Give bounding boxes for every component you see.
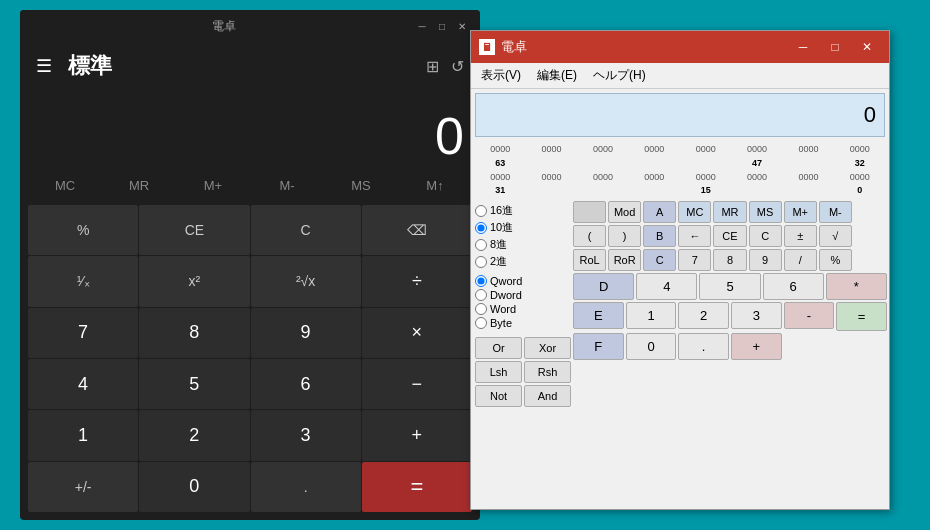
dec-label[interactable]: 10進 (475, 220, 571, 235)
rparen-button[interactable]: ) (608, 225, 641, 247)
qword-label[interactable]: Qword (475, 275, 571, 287)
b-button[interactable]: B (643, 225, 676, 247)
light-maximize-button[interactable]: □ (821, 36, 849, 58)
two-btn[interactable]: 2 (678, 302, 729, 329)
sqrt-button[interactable]: ²√x (251, 256, 361, 306)
oct-radio[interactable] (475, 239, 487, 251)
dword-radio[interactable] (475, 289, 487, 301)
percent-btn[interactable]: % (819, 249, 852, 271)
ror-button[interactable]: RoR (608, 249, 641, 271)
four-btn[interactable]: 4 (636, 273, 697, 300)
percent-button[interactable]: % (28, 205, 138, 255)
backspace-button[interactable]: ⌫ (362, 205, 472, 255)
byte-label[interactable]: Byte (475, 317, 571, 329)
plusminus-btn[interactable]: ± (784, 225, 817, 247)
three-button[interactable]: 3 (251, 410, 361, 460)
mr-button[interactable]: MR (102, 170, 176, 201)
two-button[interactable]: 2 (139, 410, 249, 460)
mod-button[interactable]: Mod (608, 201, 641, 223)
mplus-btn[interactable]: M+ (784, 201, 817, 223)
mr-btn[interactable]: MR (713, 201, 746, 223)
six-btn[interactable]: 6 (763, 273, 824, 300)
history-icon[interactable]: ↺ (451, 57, 464, 76)
word-radio[interactable] (475, 303, 487, 315)
lparen-button[interactable]: ( (573, 225, 606, 247)
one-button[interactable]: 1 (28, 410, 138, 460)
oct-label[interactable]: 8進 (475, 237, 571, 252)
mc-btn[interactable]: MC (678, 201, 711, 223)
mc-button[interactable]: MC (28, 170, 102, 201)
menu-edit[interactable]: 編集(E) (533, 65, 581, 86)
c-hex-button[interactable]: C (643, 249, 676, 271)
e-button[interactable]: E (573, 302, 624, 329)
rol-button[interactable]: RoL (573, 249, 606, 271)
menu-help[interactable]: ヘルプ(H) (589, 65, 650, 86)
lsh-button[interactable]: Lsh (475, 361, 522, 383)
bin-radio[interactable] (475, 256, 487, 268)
three-btn[interactable]: 3 (731, 302, 782, 329)
five-button[interactable]: 5 (139, 359, 249, 409)
light-minimize-button[interactable]: ─ (789, 36, 817, 58)
square-button[interactable]: x² (139, 256, 249, 306)
hex-radio[interactable] (475, 205, 487, 217)
or-button[interactable]: Or (475, 337, 522, 359)
divide-button[interactable]: ÷ (362, 256, 472, 306)
mplus-button[interactable]: M+ (176, 170, 250, 201)
menu-view[interactable]: 表示(V) (477, 65, 525, 86)
word-label[interactable]: Word (475, 303, 571, 315)
mminus-btn[interactable]: M- (819, 201, 852, 223)
decimal-btn[interactable]: . (678, 333, 729, 360)
byte-radio[interactable] (475, 317, 487, 329)
not-button[interactable]: Not (475, 385, 522, 407)
subtract-button[interactable]: − (362, 359, 472, 409)
seven-btn[interactable]: 7 (678, 249, 711, 271)
zero-button[interactable]: 0 (139, 462, 249, 512)
decimal-button[interactable]: . (251, 462, 361, 512)
rsh-button[interactable]: Rsh (524, 361, 571, 383)
c-btn[interactable]: C (749, 225, 782, 247)
one-btn[interactable]: 1 (626, 302, 677, 329)
multiply-button[interactable]: × (362, 308, 472, 358)
mminus-button[interactable]: M- (250, 170, 324, 201)
dword-label[interactable]: Dword (475, 289, 571, 301)
space-button[interactable] (573, 201, 606, 223)
mup-button[interactable]: M↑ (398, 170, 472, 201)
subtract-btn[interactable]: - (784, 302, 835, 329)
add-button[interactable]: + (362, 410, 472, 460)
eight-button[interactable]: 8 (139, 308, 249, 358)
ms-button[interactable]: MS (324, 170, 398, 201)
equals-button[interactable]: = (362, 462, 472, 512)
maximize-button[interactable]: □ (436, 20, 448, 32)
divide-btn[interactable]: / (784, 249, 817, 271)
six-button[interactable]: 6 (251, 359, 361, 409)
multiply-btn[interactable]: * (826, 273, 887, 300)
nine-btn[interactable]: 9 (749, 249, 782, 271)
a-button[interactable]: A (643, 201, 676, 223)
xor-button[interactable]: Xor (524, 337, 571, 359)
add-btn[interactable]: + (731, 333, 782, 360)
d-button[interactable]: D (573, 273, 634, 300)
minimize-button[interactable]: ─ (416, 20, 428, 32)
ms-btn[interactable]: MS (749, 201, 782, 223)
close-button[interactable]: ✕ (456, 20, 468, 32)
equals-btn[interactable]: = (836, 302, 887, 331)
dec-radio[interactable] (475, 222, 487, 234)
seven-button[interactable]: 7 (28, 308, 138, 358)
qword-radio[interactable] (475, 275, 487, 287)
bin-label[interactable]: 2進 (475, 254, 571, 269)
nine-button[interactable]: 9 (251, 308, 361, 358)
five-btn[interactable]: 5 (699, 273, 760, 300)
negate-button[interactable]: +/- (28, 462, 138, 512)
ce-btn[interactable]: CE (713, 225, 746, 247)
c-button[interactable]: C (251, 205, 361, 255)
backspace-btn[interactable]: ← (678, 225, 711, 247)
f-button[interactable]: F (573, 333, 624, 360)
light-close-button[interactable]: ✕ (853, 36, 881, 58)
zero-btn[interactable]: 0 (626, 333, 677, 360)
eight-btn[interactable]: 8 (713, 249, 746, 271)
ce-button[interactable]: CE (139, 205, 249, 255)
hex-label[interactable]: 16進 (475, 203, 571, 218)
reciprocal-button[interactable]: ¹⁄ₓ (28, 256, 138, 306)
four-button[interactable]: 4 (28, 359, 138, 409)
and-button[interactable]: And (524, 385, 571, 407)
